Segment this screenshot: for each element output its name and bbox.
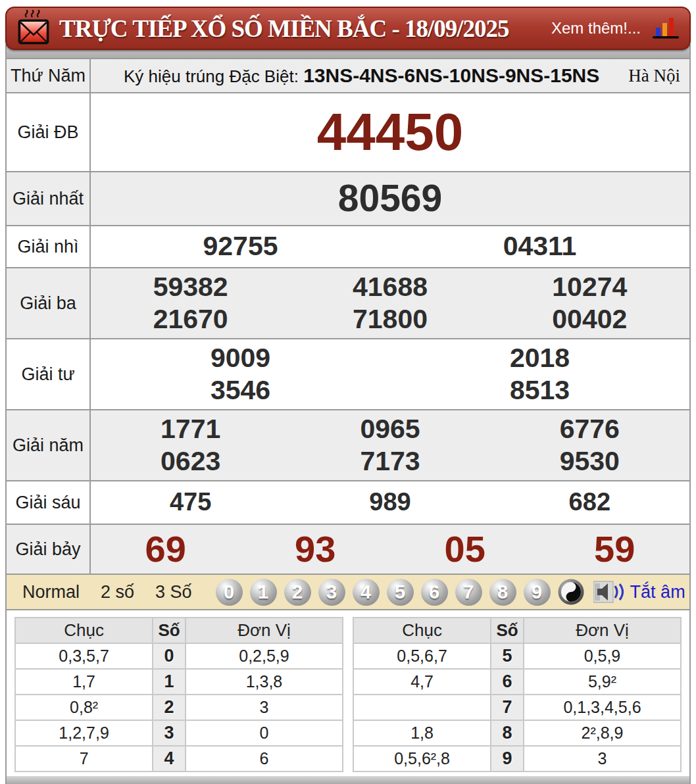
prize-number: 21670 — [91, 305, 290, 333]
loto-row: 0,3,5,7 0 0,2,5,9 — [15, 643, 343, 669]
ball-1[interactable]: 1 — [250, 579, 277, 606]
donvi-cell: 0,5,9 — [524, 643, 681, 669]
donvi-cell: 0,1,3,4,5,6 — [524, 695, 681, 720]
prize-number: 93 — [241, 530, 391, 569]
ball-3[interactable]: 3 — [318, 579, 345, 606]
mute-button[interactable]: Tắt âm — [593, 581, 685, 603]
prize-label: Giải ba — [7, 268, 91, 338]
loto-row: 7 0,1,3,4,5,6 — [353, 695, 681, 720]
prize-number: 59382 — [91, 273, 290, 301]
prize-number: 59 — [540, 530, 690, 569]
prize-number: 10274 — [490, 273, 689, 301]
loto-row: 0,5,6²,8 9 3 — [353, 746, 681, 772]
donvi-cell: 0,2,5,9 — [186, 643, 343, 669]
bottom-gray-strip — [7, 776, 689, 784]
loto-row: 1,8 8 2²,8,9 — [353, 720, 681, 746]
donvi-cell: 1,3,8 — [186, 669, 343, 695]
prize-row-third: Giải ba 59382 41688 10274 21670 71800 00… — [7, 268, 689, 339]
prize-number: 3546 — [91, 376, 390, 404]
special-sign-label: Ký hiệu trúng Đặc Biệt: — [124, 66, 299, 86]
mode-tab-normal[interactable]: Normal — [12, 582, 90, 602]
prize-number: 0623 — [91, 447, 290, 476]
prize-row-special: Giải ĐB 44450 — [7, 93, 689, 172]
ball-6[interactable]: 6 — [421, 579, 448, 606]
prize-label: Giải sáu — [7, 481, 91, 524]
prize-number: 0965 — [290, 415, 489, 443]
chuc-cell: 7 — [15, 746, 153, 772]
province-label: Hà Nội — [628, 66, 680, 86]
ball-5[interactable]: 5 — [387, 579, 414, 606]
number-balls: 0 1 2 3 4 5 6 7 8 9 — [216, 579, 584, 606]
chuc-cell: 4,7 — [353, 669, 491, 695]
prize-row-first: Giải nhất 80569 — [7, 172, 689, 226]
ball-2[interactable]: 2 — [284, 579, 311, 606]
ball-8[interactable]: 8 — [489, 579, 516, 606]
yin-yang-icon[interactable] — [558, 579, 584, 605]
so-cell: 9 — [491, 746, 524, 772]
prize-number: 69 — [91, 530, 241, 569]
prize-label: Giải tư — [7, 339, 91, 409]
so-cell: 3 — [153, 720, 186, 746]
prize-label: Giải năm — [7, 410, 91, 480]
chuc-cell: 0,5,6²,8 — [353, 746, 491, 772]
special-sign-value: 13NS-4NS-6NS-10NS-9NS-15NS — [303, 64, 599, 86]
chart-icon[interactable] — [651, 16, 680, 41]
content-frame: Thứ Năm Ký hiệu trúng Đặc Biệt: 13NS-4NS… — [5, 45, 691, 784]
special-sign-text: Ký hiệu trúng Đặc Biệt: 13NS-4NS-6NS-10N… — [100, 64, 623, 87]
page-title: TRỰC TIẾP XỔ SỐ MIỀN BẮC - 18/09/2025 — [59, 14, 509, 43]
so-cell: 1 — [153, 669, 186, 695]
mode-tab-2so[interactable]: 2 số — [90, 582, 145, 602]
donvi-cell: 2²,8,9 — [524, 720, 681, 746]
prize-number: 9530 — [490, 447, 689, 476]
prize-number: 8513 — [390, 376, 689, 404]
chuc-cell — [353, 695, 491, 720]
prize-number: 04311 — [390, 232, 689, 260]
ball-0[interactable]: 0 — [216, 579, 243, 606]
loto-row: 0,8² 2 3 — [15, 695, 343, 720]
prize-label: Giải nhì — [7, 226, 91, 267]
envelope-icon — [16, 10, 51, 47]
col-header-chuc: Chục — [353, 618, 491, 643]
prize-number: 80569 — [91, 179, 689, 218]
mute-label: Tắt âm — [630, 582, 685, 602]
special-sign-row: Thứ Năm Ký hiệu trúng Đặc Biệt: 13NS-4NS… — [7, 58, 689, 93]
col-header-so: Số — [153, 618, 186, 643]
prize-number: 989 — [290, 489, 489, 516]
loto-row: 1,2,7,9 3 0 — [15, 720, 343, 746]
so-cell: 6 — [491, 669, 524, 695]
prize-row-fourth: Giải tư 9009 2018 3546 8513 — [7, 339, 689, 410]
speaker-icon — [593, 581, 625, 603]
prize-label: Giải bảy — [7, 525, 91, 574]
lottery-page: TRỰC TIẾP XỔ SỐ MIỀN BẮC - 18/09/2025 Xe… — [5, 7, 691, 784]
prize-number: 00402 — [490, 305, 689, 333]
loto-table-left: Chục Số Đơn Vị 0,3,5,7 0 0,2,5,9 1,7 1 1… — [14, 617, 343, 772]
prize-label: Giải nhất — [7, 172, 91, 225]
chuc-cell: 1,7 — [15, 669, 153, 695]
col-header-donvi: Đơn Vị — [186, 618, 343, 643]
so-cell: 8 — [491, 720, 524, 746]
chuc-cell: 1,8 — [353, 720, 491, 746]
donvi-cell: 5,9² — [524, 669, 681, 695]
prize-number: 2018 — [390, 344, 689, 372]
donvi-cell: 0 — [186, 720, 343, 746]
prize-number: 6776 — [490, 415, 689, 443]
prize-row-second: Giải nhì 92755 04311 — [7, 226, 689, 268]
prize-label: Giải ĐB — [7, 93, 91, 171]
prize-number: 05 — [390, 530, 540, 569]
col-header-donvi: Đơn Vị — [524, 618, 681, 643]
ball-7[interactable]: 7 — [455, 579, 482, 606]
prize-row-seventh: Giải bảy 69 93 05 59 — [7, 525, 689, 575]
see-more-link[interactable]: Xem thêm!... — [551, 19, 641, 37]
prize-number: 682 — [490, 489, 689, 516]
prize-number: 71800 — [290, 305, 489, 333]
prize-number: 7173 — [290, 447, 489, 476]
donvi-cell: 3 — [524, 746, 681, 772]
mode-tab-3so[interactable]: 3 Số — [145, 582, 203, 602]
ball-4[interactable]: 4 — [353, 579, 380, 606]
day-label: Thứ Năm — [7, 59, 91, 92]
loto-section: Chục Số Đơn Vị 0,3,5,7 0 0,2,5,9 1,7 1 1… — [7, 610, 689, 776]
prize-row-sixth: Giải sáu 475 989 682 — [7, 481, 689, 525]
prize-number: 9009 — [91, 344, 390, 372]
ball-9[interactable]: 9 — [524, 579, 551, 606]
prize-row-fifth: Giải năm 1771 0965 6776 0623 7173 9530 — [7, 410, 689, 481]
